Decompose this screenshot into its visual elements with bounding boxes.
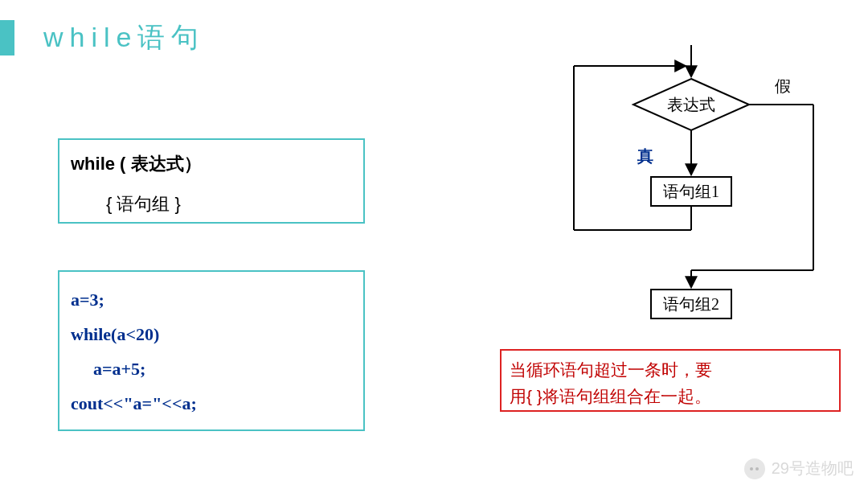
- syntax-box: while ( 表达式） { 语句组 }: [58, 138, 365, 224]
- flow-false-label: 假: [775, 77, 791, 95]
- title-bar: while语句: [0, 19, 205, 56]
- watermark-text: 29号造物吧: [772, 458, 854, 479]
- title-accent: [0, 20, 14, 55]
- code-line-4: cout<<"a="<<a;: [71, 387, 352, 421]
- flowchart: 表达式 假 真 语句组1 语句组2: [498, 45, 836, 327]
- flow-true-label: 真: [637, 147, 653, 165]
- note-line-1: 当循环语句超过一条时，要: [510, 357, 831, 384]
- syntax-line-1: while ( 表达式）: [71, 150, 352, 178]
- wechat-icon: [744, 458, 765, 479]
- flow-block2: 语句组2: [663, 295, 719, 313]
- note-line-2: 用{ }将语句组组合在一起。: [510, 384, 831, 410]
- flow-decision: 表达式: [667, 96, 715, 113]
- code-line-1: a=3;: [71, 283, 352, 318]
- syntax-line-2: { 语句组 }: [106, 192, 352, 216]
- watermark: 29号造物吧: [744, 458, 854, 479]
- code-box: a=3; while(a<20) a=a+5; cout<<"a="<<a;: [58, 270, 365, 431]
- note-box: 当循环语句超过一条时，要 用{ }将语句组组合在一起。: [500, 349, 841, 412]
- flow-block1: 语句组1: [663, 183, 719, 200]
- page-title: while语句: [43, 19, 205, 56]
- code-line-3: a=a+5;: [93, 352, 352, 387]
- code-line-2: while(a<20): [71, 318, 352, 352]
